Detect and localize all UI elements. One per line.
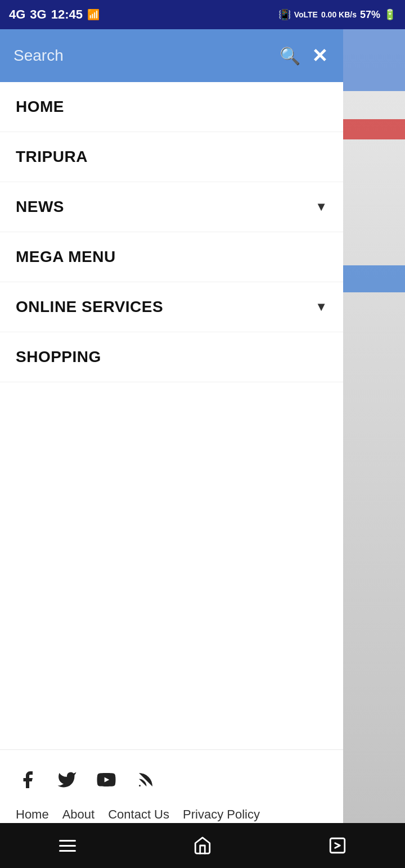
- navigation-drawer: 🔍 ✕ HOME TRIPURA NEWS ▼ MEGA MENU ONLINE…: [0, 29, 343, 868]
- battery-percent: 57%: [360, 9, 380, 21]
- back-button[interactable]: [315, 823, 360, 868]
- social-icons: [16, 768, 327, 792]
- chevron-down-icon-services: ▼: [315, 300, 327, 314]
- twitter-icon[interactable]: [55, 768, 79, 792]
- close-icon: ✕: [312, 45, 327, 66]
- nav-label-news: NEWS: [16, 198, 64, 216]
- clock: 12:45: [51, 7, 83, 22]
- nav-label-shopping: SHOPPING: [16, 348, 101, 366]
- home-button[interactable]: [180, 823, 225, 868]
- status-right: 📳 VoLTE 0.00 KB/s 57% 🔋: [278, 8, 396, 21]
- hamburger-icon: [59, 840, 76, 852]
- svg-point-1: [139, 785, 141, 786]
- youtube-icon[interactable]: [94, 768, 118, 792]
- footer-link-home[interactable]: Home: [16, 807, 49, 822]
- nav-label-home: HOME: [16, 98, 64, 116]
- bg-blue-bar: [338, 265, 405, 292]
- battery-icon: 🔋: [384, 8, 396, 21]
- status-left: 4G 3G 12:45 📶: [9, 7, 100, 22]
- search-bar: 🔍 ✕: [0, 29, 343, 82]
- signal-4g: 4G: [9, 7, 25, 22]
- volte-indicator: VoLTE: [294, 10, 318, 19]
- status-bar: 4G 3G 12:45 📶 📳 VoLTE 0.00 KB/s 57% 🔋: [0, 0, 405, 29]
- nav-label-tripura: TRIPURA: [16, 148, 88, 166]
- nav-item-tripura[interactable]: TRIPURA: [0, 132, 343, 182]
- chevron-down-icon: ▼: [315, 200, 327, 214]
- close-button[interactable]: ✕: [309, 42, 330, 69]
- rss-icon[interactable]: [134, 768, 158, 792]
- facebook-icon[interactable]: [16, 768, 39, 792]
- data-speed: 0.00 KB/s: [321, 10, 357, 19]
- footer-link-contact[interactable]: Contact Us: [108, 807, 169, 822]
- search-input[interactable]: [14, 47, 271, 65]
- back-icon: [328, 836, 347, 855]
- search-button[interactable]: 🔍: [277, 44, 303, 68]
- menu-button[interactable]: [45, 823, 90, 868]
- nav-label-online-services: ONLINE SERVICES: [16, 298, 163, 316]
- footer-link-privacy[interactable]: Privacy Policy: [183, 807, 260, 822]
- nav-label-mega-menu: MEGA MENU: [16, 248, 116, 266]
- nav-menu: HOME TRIPURA NEWS ▼ MEGA MENU ONLINE SER…: [0, 82, 343, 749]
- signal-3g: 3G: [30, 7, 46, 22]
- nav-item-mega-menu[interactable]: MEGA MENU: [0, 232, 343, 282]
- search-icon: 🔍: [280, 47, 300, 65]
- bg-red-bar: [338, 119, 405, 139]
- bottom-nav-bar: [0, 823, 405, 868]
- footer-link-about[interactable]: About: [62, 807, 95, 822]
- call-icon: 📶: [87, 8, 100, 21]
- svg-rect-2: [330, 838, 345, 853]
- nav-item-news[interactable]: NEWS ▼: [0, 182, 343, 232]
- home-icon: [193, 836, 212, 855]
- nav-item-online-services[interactable]: ONLINE SERVICES ▼: [0, 282, 343, 332]
- nav-item-home[interactable]: HOME: [0, 82, 343, 132]
- nav-item-shopping[interactable]: SHOPPING: [0, 332, 343, 382]
- vibrate-icon: 📳: [278, 8, 291, 21]
